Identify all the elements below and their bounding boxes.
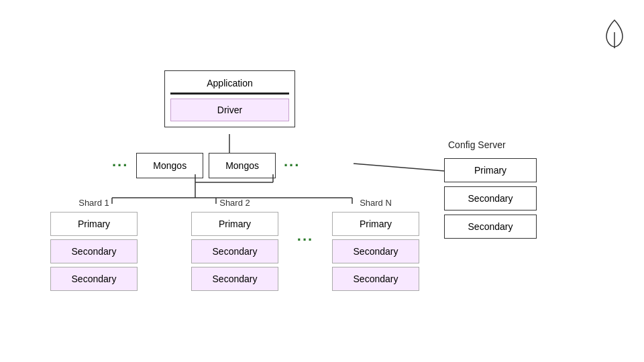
shard-1-secondary-1: Secondary xyxy=(50,239,138,263)
shard-n-label: Shard N xyxy=(360,198,392,208)
shard-2-secondary-2: Secondary xyxy=(191,267,278,291)
shard-spacer-1 xyxy=(138,198,191,238)
config-secondary-box-1: Secondary xyxy=(444,186,537,210)
shard-n-group: Shard N Primary Secondary Secondary xyxy=(332,198,419,294)
shard-n-primary: Primary xyxy=(332,212,419,236)
config-primary-box: Primary xyxy=(444,158,537,182)
config-server-boxes: Primary Secondary Secondary xyxy=(444,158,537,239)
mongos-box-1: Mongos xyxy=(136,153,203,178)
mongos-row: ··· Mongos Mongos ··· xyxy=(104,153,308,178)
to-config xyxy=(354,164,444,171)
shard-2-secondary-1: Secondary xyxy=(191,239,278,263)
shard-2-group: Shard 2 Primary Secondary Secondary xyxy=(191,198,278,294)
shard-1-secondary-2: Secondary xyxy=(50,267,138,291)
right-dots: ··· xyxy=(276,157,308,174)
shard-n-secondary-2: Secondary xyxy=(332,267,419,291)
shard-n-secondary-1: Secondary xyxy=(332,239,419,263)
left-dots: ··· xyxy=(104,157,136,174)
shard-2-label: Shard 2 xyxy=(219,198,250,208)
middle-dots: ··· xyxy=(278,198,332,249)
shard-1-label: Shard 1 xyxy=(78,198,109,208)
mongodb-leaf-icon xyxy=(605,19,624,48)
middle-dots-label: ··· xyxy=(297,231,313,249)
application-box: Application Driver xyxy=(164,70,295,127)
app-divider xyxy=(170,93,289,95)
mongos-box-2: Mongos xyxy=(209,153,276,178)
config-server-label: Config Server xyxy=(448,139,506,150)
shard-1-group: Shard 1 Primary Secondary Secondary xyxy=(50,198,138,294)
connector-lines xyxy=(0,0,644,362)
shard-2-primary: Primary xyxy=(191,212,278,236)
application-label: Application xyxy=(165,71,294,93)
driver-box: Driver xyxy=(170,99,289,121)
shards-area: Shard 1 Primary Secondary Secondary Shar… xyxy=(50,198,419,294)
shard-1-primary: Primary xyxy=(50,212,138,236)
config-secondary-box-2: Secondary xyxy=(444,215,537,239)
